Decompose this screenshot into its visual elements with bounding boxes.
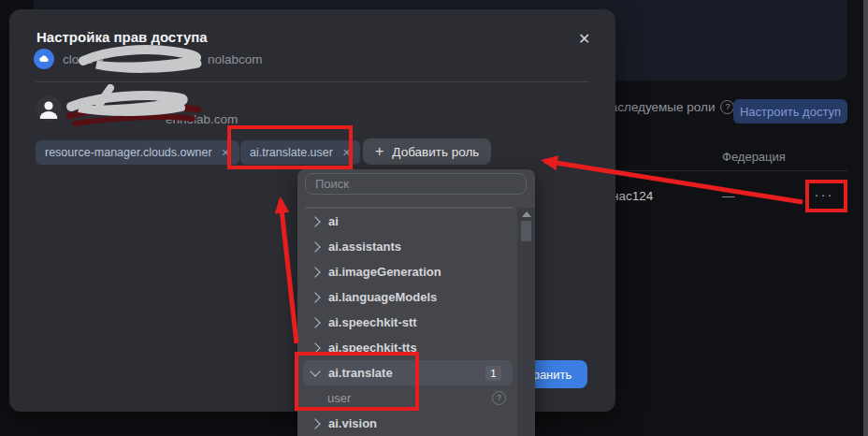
role-select-dropdown: aiai.assistantsai.imageGenerationai.lang… — [297, 169, 535, 436]
role-chip-label: resource-manager.clouds.owner — [45, 146, 212, 159]
page-scrollbar[interactable] — [863, 0, 868, 436]
chevron-right-icon — [310, 216, 320, 226]
remove-role-icon[interactable]: ✕ — [222, 147, 230, 159]
role-item-ai.assistants[interactable]: ai.assistants — [297, 234, 517, 259]
role-help-icon[interactable]: ? — [492, 391, 506, 405]
inherited-roles-label: Наследуемые роли — [601, 100, 715, 114]
redacted-scribble — [78, 44, 210, 74]
role-list: aiai.assistantsai.imageGenerationai.lang… — [297, 209, 517, 436]
role-item-ai.speechkit-tts[interactable]: ai.speechkit-tts — [297, 335, 517, 360]
role-item-user[interactable]: user? — [297, 385, 517, 411]
scrollbar-thumb[interactable] — [521, 221, 531, 241]
table-row-name: нас124 — [612, 189, 653, 203]
role-item-ai.translate[interactable]: ai.translate1 — [303, 360, 513, 385]
role-item-label: ai.translate — [328, 366, 393, 380]
user-avatar — [36, 95, 62, 122]
role-item-label: ai.vision — [328, 416, 377, 430]
chevron-right-icon — [310, 292, 320, 302]
role-item-label: ai.languageModels — [328, 290, 437, 304]
role-item-label: ai.imageGeneration — [328, 265, 441, 279]
role-item-ai[interactable]: ai — [297, 209, 517, 234]
close-icon[interactable]: ✕ — [576, 28, 592, 50]
remove-role-icon[interactable]: ✕ — [342, 147, 351, 159]
chevron-right-icon — [310, 317, 320, 327]
cloud-icon — [34, 49, 54, 69]
add-role-button[interactable]: + Добавить роль — [363, 138, 491, 165]
dropdown-scrollbar[interactable] — [517, 208, 535, 436]
redacted-scribble — [62, 84, 204, 133]
modal-title: Настройка прав доступа — [36, 29, 208, 45]
role-item-ai.speechkit-stt[interactable]: ai.speechkit-stt — [297, 310, 517, 335]
table-row-federation-value: — — [722, 189, 735, 203]
scroll-up-icon[interactable] — [522, 211, 531, 217]
chevron-down-icon — [310, 366, 320, 376]
modal-divider — [36, 81, 589, 82]
role-item-ai.imageGeneration[interactable]: ai.imageGeneration — [297, 259, 517, 284]
role-item-label: ai.assistants — [328, 240, 401, 254]
role-chip-label: ai.translate.user — [250, 146, 333, 159]
search-input[interactable] — [305, 173, 527, 195]
cloud-name-suffix: nolabcom — [208, 52, 263, 66]
role-item-label: ai.speechkit-stt — [328, 315, 417, 329]
plus-icon: + — [375, 143, 383, 160]
chevron-right-icon — [310, 418, 320, 429]
role-item-label: user — [327, 391, 351, 405]
add-role-label: Добавить роль — [392, 145, 479, 159]
selected-count-badge: 1 — [485, 366, 501, 381]
role-item-ai.vision[interactable]: ai.vision — [297, 411, 517, 436]
chevron-right-icon — [310, 241, 320, 252]
role-chip-clouds-owner[interactable]: resource-manager.clouds.owner ✕ — [36, 140, 239, 165]
role-item-label: ai.speechkit-tts — [328, 341, 417, 355]
role-chip-ai-translate-user[interactable]: ai.translate.user ✕ — [240, 140, 360, 165]
configure-access-button[interactable]: Настроить доступ — [733, 99, 847, 124]
row-actions-ellipsis-button[interactable]: ··· — [810, 184, 838, 203]
chevron-right-icon — [310, 267, 320, 277]
federation-column-header: Федерация — [722, 150, 786, 164]
role-item-ai.languageModels[interactable]: ai.languageModels — [297, 284, 517, 310]
inherited-roles-label-group: Наследуемые роли ? — [601, 100, 734, 114]
role-item-label: ai — [328, 214, 339, 228]
chevron-right-icon — [310, 342, 320, 353]
